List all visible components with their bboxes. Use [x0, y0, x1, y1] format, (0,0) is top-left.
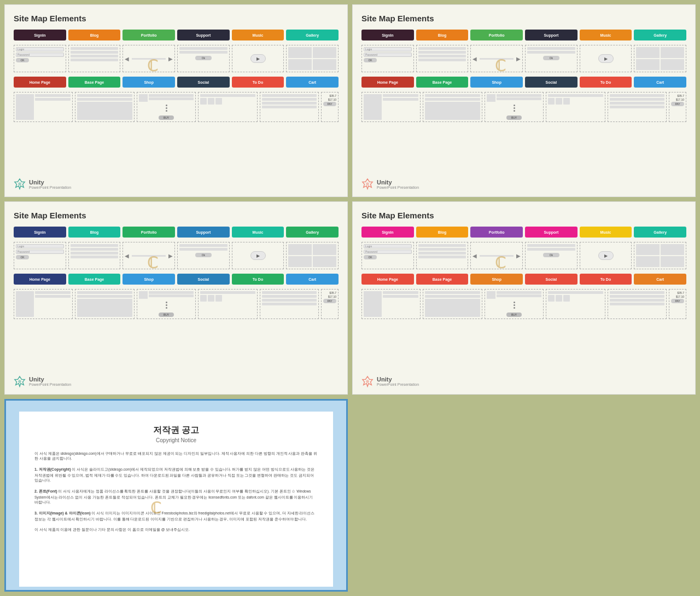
signin-content: Login Password OK: [14, 45, 66, 72]
copyright-title-korean: 저작권 공고: [34, 425, 318, 436]
slide-1-nav-row-2: Home Page Base Page Shop Social To Do Ca…: [14, 77, 339, 88]
nav-blog[interactable]: Blog: [68, 30, 121, 40]
svg-point-5: [18, 380, 21, 383]
s4-nav-homepage[interactable]: Home Page: [361, 274, 414, 285]
s2-music-content: ▶: [580, 45, 632, 72]
s2-nav-portfolio[interactable]: Portfolio: [470, 30, 523, 40]
s3-nav-basepage[interactable]: Base Page: [68, 274, 121, 285]
s4-nav-todo[interactable]: To Do: [580, 274, 632, 285]
s4-nav-gallery[interactable]: Gallery: [634, 227, 686, 238]
s3-nav-gallery[interactable]: Gallery: [286, 227, 339, 238]
slide-3-content-row-2: BUY $35.7 $17.10 PAY: [14, 289, 339, 319]
s4-gallery-content: [634, 242, 686, 269]
s3-nav-cart[interactable]: Cart: [286, 274, 339, 285]
s2-nav-todo[interactable]: To Do: [580, 77, 632, 88]
s2-nav-social[interactable]: Social: [525, 77, 578, 88]
s2-nav-cart[interactable]: Cart: [634, 77, 686, 88]
s3-basepage-content: [75, 289, 134, 319]
support-content: Ok: [177, 45, 230, 72]
s2-nav-homepage[interactable]: Home Page: [361, 77, 414, 88]
s3-blog-content: [68, 242, 121, 269]
s4-cart-content: $35.7 $17.10 PAY: [669, 289, 686, 319]
slide-3-title: Site Map Elements: [14, 211, 339, 220]
copyright-section-3: 3. 이미지(Image) & 아이콘(Icon) 이 서식 이미지는 이미지아…: [34, 511, 318, 522]
slide-2-nav-row-1: SignIn Blog Portfolio Support Music Gall…: [361, 30, 686, 40]
copyright-section-2: 2. 폰트(Font) 이 서식 사용자에게는 정품 라이선스를 획득한 폰트를…: [34, 489, 318, 505]
s4-nav-basepage[interactable]: Base Page: [416, 274, 469, 285]
svg-point-7: [366, 380, 369, 383]
unity-logo-1: [14, 178, 26, 190]
nav-social[interactable]: Social: [177, 77, 230, 88]
nav-shop[interactable]: Shop: [122, 77, 175, 88]
s4-nav-shop[interactable]: Shop: [470, 274, 523, 285]
slide-3: Site Map Elements SignIn Blog Portfolio …: [4, 201, 348, 394]
slide-3-content-row-1: Login Password OK ◀ ▶ Ok ▶: [14, 242, 339, 269]
s3-nav-portfolio[interactable]: Portfolio: [122, 227, 175, 238]
slide-1-content-row-1: Login Password OK ◀ ▶ Ok ▶: [14, 45, 339, 72]
slide-2-content-row-2: BUY $35.7 $17.10 PAY: [361, 92, 686, 122]
slide-2-content-row-1: Login Password OK ◀ ▶ Ok ▶: [361, 45, 686, 72]
nav-homepage[interactable]: Home Page: [14, 77, 66, 88]
s3-nav-blog[interactable]: Blog: [68, 227, 121, 238]
logo-text-4: Unity PowerPoint Presentation: [377, 376, 419, 386]
s3-nav-shop[interactable]: Shop: [122, 274, 175, 285]
nav-todo[interactable]: To Do: [232, 77, 284, 88]
cart-content: $35.7 $17.10 PAY: [321, 92, 339, 122]
s2-blog-content: [416, 45, 469, 72]
s2-nav-support[interactable]: Support: [525, 30, 578, 40]
nav-cart[interactable]: Cart: [286, 77, 339, 88]
s2-social-content: [546, 92, 605, 122]
s2-nav-signin[interactable]: SignIn: [361, 30, 414, 40]
nav-basepage[interactable]: Base Page: [68, 77, 121, 88]
s4-nav-support[interactable]: Support: [525, 227, 578, 238]
slide-empty: [352, 399, 696, 592]
s3-homepage-content: [14, 289, 73, 319]
s2-todo-content: [608, 92, 667, 122]
copyright-section-1: 1. 저작권(Copyright) 이 서식은 슬라이드고(slidesgo.c…: [34, 467, 318, 483]
s4-nav-social[interactable]: Social: [525, 274, 578, 285]
s2-portfolio-content: ◀ ▶: [470, 45, 523, 72]
s4-nav-blog[interactable]: Blog: [416, 227, 469, 238]
slide-4-content-row-2: BUY $35.7 $17.10 PAY: [361, 289, 686, 319]
s2-shop-content: BUY: [485, 92, 544, 122]
s3-nav-homepage[interactable]: Home Page: [14, 274, 66, 285]
slide-1: Site Map Elements SignIn Blog Portfolio …: [4, 4, 348, 197]
slide-2-nav-row-2: Home Page Base Page Shop Social To Do Ca…: [361, 77, 686, 88]
s2-nav-music[interactable]: Music: [580, 30, 632, 40]
svg-point-1: [18, 183, 21, 186]
copyright-content: ℂ 저작권 공고 Copyright Notice 이 서식 제품은 slide…: [19, 412, 333, 587]
s2-nav-shop[interactable]: Shop: [470, 77, 523, 88]
s4-nav-music[interactable]: Music: [580, 227, 632, 238]
logo-area-2: Unity PowerPoint Presentation: [361, 178, 419, 190]
blog-content: [68, 45, 121, 72]
s2-nav-basepage[interactable]: Base Page: [416, 77, 469, 88]
s2-nav-blog[interactable]: Blog: [416, 30, 469, 40]
unity-logo-3: [14, 375, 26, 387]
s2-signin-content: Login Password OK: [361, 45, 414, 72]
s4-shop-content: BUY: [485, 289, 544, 319]
s3-nav-social[interactable]: Social: [177, 274, 230, 285]
s3-nav-support[interactable]: Support: [177, 227, 230, 238]
nav-signin[interactable]: SignIn: [14, 30, 66, 40]
s3-music-content: ▶: [232, 242, 284, 269]
s4-music-content: ▶: [580, 242, 632, 269]
s4-nav-portfolio[interactable]: Portfolio: [470, 227, 523, 238]
s3-nav-music[interactable]: Music: [232, 227, 284, 238]
nav-gallery[interactable]: Gallery: [286, 30, 339, 40]
unity-logo-4: [361, 375, 374, 387]
nav-music[interactable]: Music: [232, 30, 284, 40]
nav-support[interactable]: Support: [177, 30, 230, 40]
s4-homepage-content: [361, 289, 421, 319]
s3-nav-todo[interactable]: To Do: [232, 274, 284, 285]
s3-nav-signin[interactable]: SignIn: [14, 227, 66, 238]
slide-3-nav-row-2: Home Page Base Page Shop Social To Do Ca…: [14, 274, 339, 285]
s4-nav-signin[interactable]: SignIn: [361, 227, 414, 238]
s2-homepage-content: [361, 92, 421, 122]
s3-social-content: [198, 289, 257, 319]
s2-nav-gallery[interactable]: Gallery: [634, 30, 686, 40]
s3-cart-content: $35.7 $17.10 PAY: [321, 289, 339, 319]
slide-1-nav-row-1: SignIn Blog Portfolio Support Music Gall…: [14, 30, 339, 40]
logo-area-3: Unity PowerPoint Presentation: [14, 375, 71, 387]
s4-nav-cart[interactable]: Cart: [634, 274, 686, 285]
nav-portfolio[interactable]: Portfolio: [122, 30, 175, 40]
